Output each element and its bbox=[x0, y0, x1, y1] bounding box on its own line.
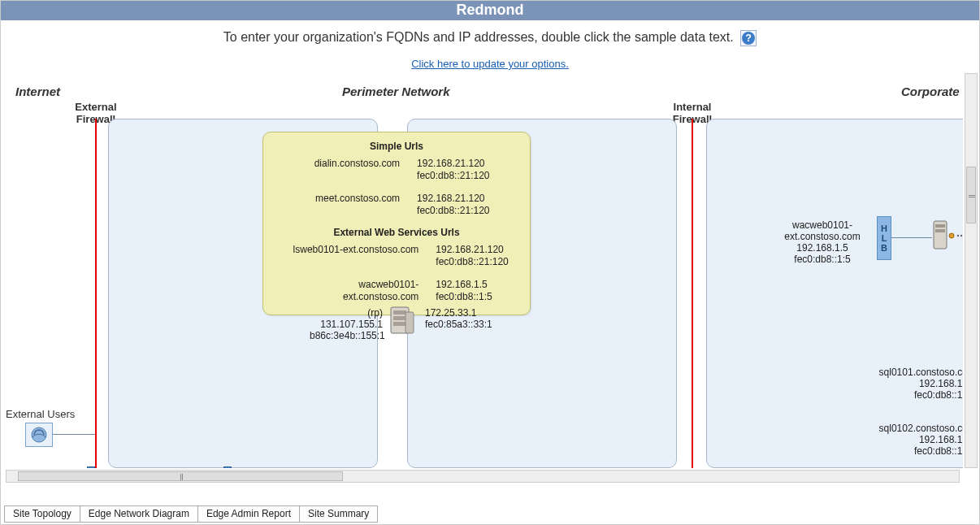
tab-site-summary[interactable]: Site Summary bbox=[299, 505, 378, 523]
instructions-text: To enter your organization's FQDNs and I… bbox=[1, 30, 979, 46]
hlb-connector bbox=[891, 237, 932, 238]
horizontal-scrollbar[interactable] bbox=[6, 470, 960, 483]
rp-left-text[interactable]: (rp) 131.107.155.1 b86c:3e4b::155:1 bbox=[310, 307, 383, 341]
zone-label-internet: Internet bbox=[15, 85, 60, 98]
svg-point-10 bbox=[957, 235, 959, 236]
options-link-row: Click here to update your options. bbox=[1, 58, 979, 70]
tab-site-topology[interactable]: Site Topology bbox=[4, 505, 80, 523]
ext-users-connector bbox=[53, 434, 95, 435]
selection-handle[interactable] bbox=[223, 466, 232, 468]
external-users-icon[interactable] bbox=[25, 423, 53, 447]
svg-rect-4 bbox=[405, 312, 414, 333]
update-options-link[interactable]: Click here to update your options. bbox=[411, 58, 569, 70]
page-title: Redmond bbox=[457, 2, 524, 18]
popup-table-extweb: lsweb0101-ext.constoso.com192.168.21.120… bbox=[275, 243, 518, 305]
zone-label-corporate: Corporate Ne bbox=[901, 85, 963, 98]
reverse-proxy-server-icon[interactable] bbox=[388, 304, 417, 341]
scrollbar-thumb-vertical[interactable] bbox=[966, 167, 976, 223]
corporate-box bbox=[706, 119, 963, 468]
hlb-box[interactable]: H L B bbox=[877, 216, 891, 260]
tab-bar: Site Topology Edge Network Diagram Edge … bbox=[4, 505, 377, 523]
app-window: Redmond To enter your organization's FQD… bbox=[0, 0, 980, 525]
firewall-line-internal bbox=[692, 119, 693, 468]
firewall-line-external bbox=[95, 119, 97, 468]
sql2-text[interactable]: sql0102.constoso.com 192.168.11.9 fec0:d… bbox=[878, 423, 963, 457]
rp-right-text[interactable]: 172.25.33.1 fec0:85a3::33:1 bbox=[425, 307, 492, 330]
sql1-text[interactable]: sql0101.constoso.com 192.168.11.9 fec0:d… bbox=[878, 367, 963, 401]
svg-rect-8 bbox=[935, 229, 945, 232]
tab-edge-network-diagram[interactable]: Edge Network Diagram bbox=[80, 505, 198, 523]
diagram-viewport: Internet Perimeter Network Corporate Ne … bbox=[1, 70, 963, 468]
zone-label-perimeter: Perimeter Network bbox=[342, 85, 450, 98]
svg-rect-2 bbox=[393, 316, 406, 320]
popup-table-simple: dialin.constoso.com192.168.21.120fec0:db… bbox=[275, 157, 518, 219]
tab-edge-admin-report[interactable]: Edge Admin Report bbox=[197, 505, 300, 523]
vertical-scrollbar[interactable] bbox=[965, 73, 978, 468]
diagram-canvas[interactable]: Internet Perimeter Network Corporate Ne … bbox=[1, 70, 963, 468]
diagram-container: Internet Perimeter Network Corporate Ne … bbox=[1, 70, 979, 484]
urls-popup[interactable]: Simple Urls dialin.constoso.com192.168.2… bbox=[262, 132, 531, 315]
title-bar: Redmond bbox=[1, 1, 979, 20]
svg-rect-7 bbox=[935, 224, 945, 228]
svg-rect-3 bbox=[393, 322, 406, 326]
popup-section-ext-web: External Web Services Urls bbox=[275, 227, 518, 240]
selection-handle[interactable] bbox=[87, 466, 95, 468]
popup-section-simple-urls: Simple Urls bbox=[275, 141, 518, 154]
help-icon[interactable]: ? bbox=[740, 30, 757, 46]
svg-point-11 bbox=[960, 235, 962, 236]
server-cluster-icon[interactable] bbox=[932, 216, 963, 256]
external-users-label: External Users bbox=[6, 408, 75, 420]
scrollbar-thumb-horizontal[interactable] bbox=[18, 471, 343, 481]
wacweb-text[interactable]: wacweb0101- ext.constoso.com 192.168.1.5… bbox=[778, 219, 867, 265]
svg-point-9 bbox=[949, 233, 954, 238]
svg-rect-1 bbox=[393, 310, 406, 315]
